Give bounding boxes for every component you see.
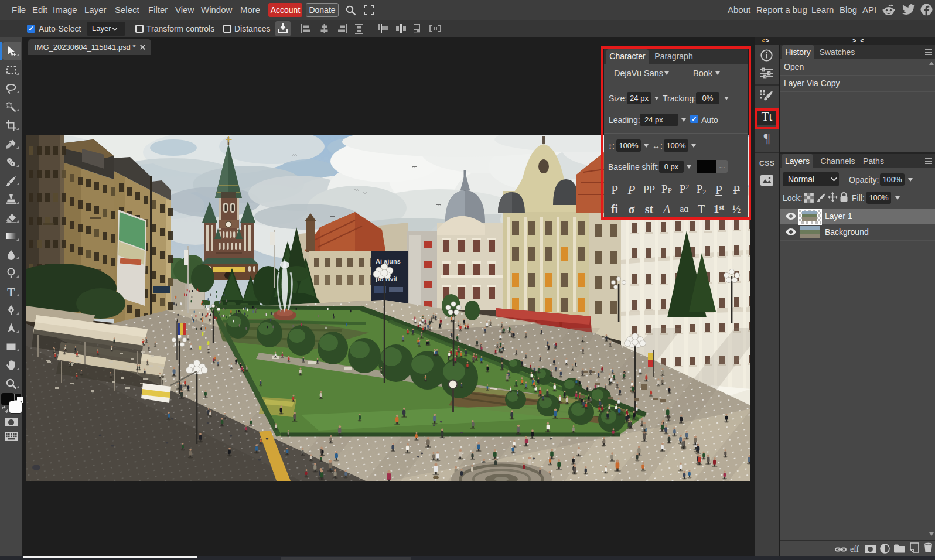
svg-text:Ai ajuns: Ai ajuns <box>376 258 401 265</box>
